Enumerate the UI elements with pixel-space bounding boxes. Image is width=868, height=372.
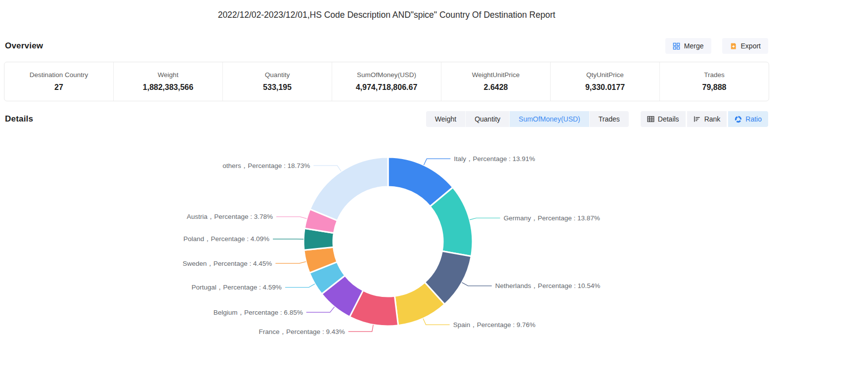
destination-ratio-donut-chart: Italy，Percentage : 13.91%Germany，Percent…	[4, 127, 773, 372]
stat-label: WeightUnitPrice	[472, 71, 520, 79]
stat-value: 79,888	[702, 83, 727, 92]
toolbar: Merge Export	[665, 38, 768, 54]
view-tab-details[interactable]: Details	[641, 111, 686, 127]
donut-icon	[735, 116, 742, 123]
slice-label-germany: Germany，Percentage : 13.87%	[504, 214, 600, 222]
label-line-spain	[423, 319, 450, 325]
slice-label-others: others，Percentage : 18.73%	[222, 162, 310, 169]
slice-label-portugal: Portugal，Percentage : 4.59%	[191, 284, 281, 291]
slice-label-poland: Poland，Percentage : 4.09%	[183, 235, 269, 243]
slice-label-netherlands: Netherlands，Percentage : 10.54%	[495, 282, 600, 289]
slice-label-spain: Spain，Percentage : 9.76%	[453, 321, 536, 329]
label-line-germany	[470, 218, 500, 220]
merge-icon	[673, 42, 680, 50]
view-mode-tabs: DetailsRankRatio	[641, 111, 768, 127]
stat-cell-weightunitprice: WeightUnitPrice2.6428	[441, 62, 550, 101]
slice-label-france: France，Percentage : 9.43%	[259, 328, 345, 335]
stat-label: Weight	[158, 71, 178, 79]
stat-value: 4,974,718,806.67	[356, 83, 418, 92]
merge-button-label: Merge	[684, 42, 704, 50]
view-tab-label: Rank	[704, 115, 721, 123]
view-tab-ratio[interactable]: Ratio	[728, 111, 768, 127]
stat-value: 533,195	[263, 83, 292, 92]
stat-value: 9,330.0177	[585, 83, 625, 92]
stat-label: SumOfMoney(USD)	[357, 71, 416, 79]
stat-cell-trades: Trades79,888	[659, 62, 769, 101]
stat-cell-sumofmoney-usd-: SumOfMoney(USD)4,974,718,806.67	[332, 62, 441, 101]
stat-cell-weight: Weight1,882,383,566	[113, 62, 222, 101]
stat-value: 1,882,383,566	[143, 83, 193, 92]
rank-icon	[694, 116, 701, 123]
stat-label: Quantity	[265, 71, 290, 79]
view-tab-label: Ratio	[745, 115, 762, 123]
label-line-sweden	[275, 262, 306, 263]
stat-value: 27	[54, 83, 63, 92]
view-tab-rank[interactable]: Rank	[687, 111, 727, 127]
stat-cell-qtyunitprice: QtyUnitPrice9,330.0177	[550, 62, 659, 101]
label-line-netherlands	[462, 283, 492, 286]
label-line-belgium	[306, 307, 335, 312]
metric-tabs: WeightQuantitySumOfMoney(USD)Trades	[426, 111, 629, 127]
export-file-icon	[730, 42, 737, 50]
stat-cell-quantity: Quantity533,195	[222, 62, 332, 101]
metric-tab-sumofmoney-usd-[interactable]: SumOfMoney(USD)	[509, 111, 589, 127]
slice-label-sweden: Sweden，Percentage : 4.45%	[182, 260, 272, 267]
label-line-portugal	[285, 284, 315, 288]
overview-stats-bar: Destination Country27Weight1,882,383,566…	[4, 62, 769, 101]
details-header-row: Details WeightQuantitySumOfMoney(USD)Tra…	[4, 111, 769, 127]
slice-label-austria: Austria，Percentage : 3.78%	[187, 213, 273, 220]
details-controls: WeightQuantitySumOfMoney(USD)Trades Deta…	[426, 111, 768, 127]
pie-slice-others[interactable]	[310, 157, 388, 220]
stat-label: QtyUnitPrice	[586, 71, 624, 79]
stat-label: Trades	[704, 71, 725, 79]
stat-label: Destination Country	[30, 71, 88, 79]
stat-cell-destination-country: Destination Country27	[4, 62, 113, 101]
slice-label-italy: Italy，Percentage : 13.91%	[454, 155, 535, 163]
details-heading: Details	[5, 114, 33, 124]
stat-value: 2.6428	[484, 83, 508, 92]
table-icon	[647, 116, 654, 123]
report-page: 2022/12/02-2023/12/01,HS Code Descriptio…	[0, 0, 773, 372]
export-button[interactable]: Export	[722, 38, 768, 54]
metric-tab-quantity[interactable]: Quantity	[465, 111, 509, 127]
metric-tab-weight[interactable]: Weight	[426, 111, 465, 127]
overview-heading: Overview	[5, 41, 43, 51]
slice-label-belgium: Belgium，Percentage : 6.85%	[214, 309, 303, 316]
label-line-austria	[276, 217, 306, 219]
label-line-italy	[424, 159, 450, 165]
page-title: 2022/12/02-2023/12/01,HS Code Descriptio…	[4, 0, 769, 20]
merge-button[interactable]: Merge	[665, 38, 711, 54]
label-line-france	[348, 325, 373, 331]
export-button-label: Export	[741, 42, 761, 50]
label-line-others	[313, 165, 341, 171]
overview-header-row: Overview Merge	[4, 38, 769, 54]
metric-tab-trades[interactable]: Trades	[589, 111, 629, 127]
view-tab-label: Details	[658, 115, 679, 123]
